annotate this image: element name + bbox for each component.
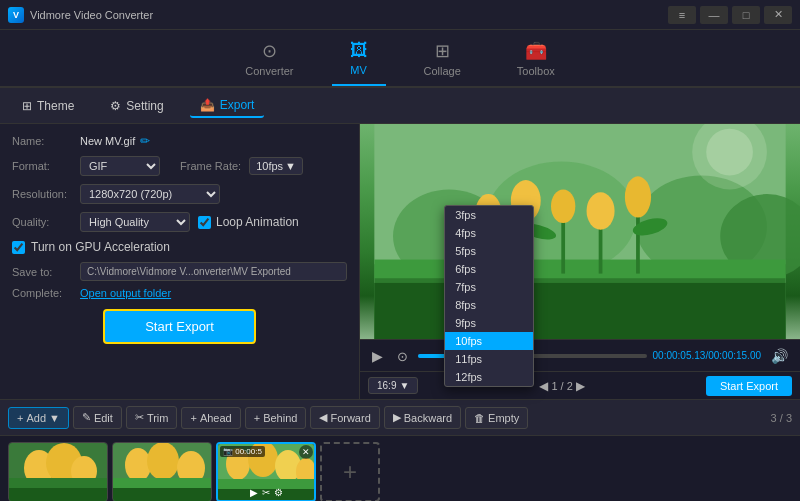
frame-rate-dropdown-btn[interactable]: 10fps ▼ [249,157,303,175]
app-icon: V [8,7,24,23]
title-bar-controls: ≡ — □ ✕ [668,6,792,24]
saveto-label: Save to: [12,266,80,278]
bottom-toolbar: + Add ▼ ✎ ✎ Edit Edit ✂ Trim + Ahead + B… [0,399,800,435]
fps-12[interactable]: 12fps [445,368,533,386]
edit-name-icon[interactable]: ✏ [140,134,150,148]
add-button[interactable]: + Add ▼ [8,407,69,429]
trim-icon: ✂ [135,411,144,424]
start-export-button[interactable]: Start Export [103,309,256,344]
svg-point-30 [125,448,151,482]
menu-button[interactable]: ≡ [668,6,696,24]
fps-8[interactable]: 8fps [445,296,533,314]
clip-3-controls: ▶ ✂ ⚙ [218,487,314,498]
page-prev-button[interactable]: ◀ [539,379,548,393]
complete-action[interactable]: Open output folder [80,287,171,299]
resolution-select[interactable]: 1280x720 (720p) [80,184,220,204]
fps-5[interactable]: 5fps [445,242,533,260]
backward-button[interactable]: ▶ Backward [384,406,461,429]
export-button[interactable]: 📤 Export [190,94,265,118]
svg-rect-6 [374,283,785,339]
setting-button[interactable]: ⚙ Setting [100,95,173,117]
close-button[interactable]: ✕ [764,6,792,24]
add-clip-button[interactable]: + [320,442,380,502]
quality-label: Quality: [12,216,80,228]
edit-icon: ✎ [82,411,91,424]
complete-label: Complete: [12,287,80,299]
clip-2[interactable] [112,442,212,502]
clip-1[interactable] [8,442,108,502]
add-label: Add [26,412,46,424]
frame-rate-dropdown: 3fps 4fps 5fps 6fps 7fps 8fps 9fps 10fps… [444,205,534,387]
ahead-button[interactable]: + Ahead [181,407,240,429]
format-framerate-row: Format: GIF Frame Rate: 10fps ▼ 3fps 4fp… [12,156,347,176]
minimize-button[interactable]: — [700,6,728,24]
setting-label: Setting [126,99,163,113]
add-icon: + [17,412,23,424]
quality-row: Quality: High Quality Loop Animation [12,212,347,232]
loop-animation-row: Loop Animation [198,215,299,229]
fps-4[interactable]: 4fps [445,224,533,242]
title-bar: V Vidmore Video Converter ≡ — □ ✕ [0,0,800,30]
svg-rect-34 [113,478,212,488]
name-value-container: New MV.gif ✏ [80,134,150,148]
export-panel: Name: New MV.gif ✏ Format: GIF Frame Rat… [0,124,360,399]
quality-select[interactable]: High Quality [80,212,190,232]
maximize-button[interactable]: □ [732,6,760,24]
complete-row: Complete: Open output folder [12,287,347,299]
fps-9[interactable]: 9fps [445,314,533,332]
saveto-path[interactable]: C:\Vidmore\Vidmore V...onverter\MV Expor… [80,262,347,281]
tab-toolbox[interactable]: 🧰 Toolbox [499,36,573,86]
name-value: New MV.gif [80,135,135,147]
svg-point-22 [706,129,753,176]
trim-button[interactable]: ✂ Trim [126,406,178,429]
gpu-row: Turn on GPU Acceleration [12,240,347,254]
clip-3[interactable]: 📷 00:00:5 ✕ ▶ ✂ ⚙ [216,442,316,502]
behind-button[interactable]: + Behind [245,407,307,429]
loop-animation-checkbox[interactable] [198,216,211,229]
total-time: 00:00:15.00 [708,350,761,361]
page-count: 3 / 3 [771,412,792,424]
fps-10[interactable]: 10fps [445,332,533,350]
fps-11[interactable]: 11fps [445,350,533,368]
format-select[interactable]: GIF [80,156,160,176]
theme-button[interactable]: ⊞ Theme [12,95,84,117]
page-indicator: ◀ 1 / 2 ▶ [539,379,584,393]
tab-mv[interactable]: 🖼 MV [332,36,386,86]
fps-3[interactable]: 3fps [445,206,533,224]
volume-icon: 🔊 [771,348,788,364]
export-icon: 📤 [200,98,215,112]
fps-6[interactable]: 6fps [445,260,533,278]
name-label: Name: [12,135,80,147]
frame-rate-label: Frame Rate: [180,160,241,172]
tab-collage-label: Collage [424,65,461,77]
fps-7[interactable]: 7fps [445,278,533,296]
app-title: Vidmore Video Converter [30,9,153,21]
tab-collage[interactable]: ⊞ Collage [406,36,479,86]
page-next-button[interactable]: ▶ [576,379,585,393]
start-export-button2[interactable]: Start Export [706,376,792,396]
play-button[interactable]: ▶ [368,346,387,366]
video-controls2: 16:9 ▼ ◀ 1 / 2 ▶ Start Export [360,371,800,399]
volume-button[interactable]: 🔊 [767,346,792,366]
clip-settings-btn[interactable]: ⚙ [274,487,283,498]
aspect-chevron: ▼ [399,380,409,391]
empty-button[interactable]: 🗑 Empty [465,407,528,429]
sub-toolbar: ⊞ Theme ⚙ Setting 📤 Export [0,88,800,124]
forward-button[interactable]: ◀ Forward [310,406,379,429]
tab-converter[interactable]: ⊙ Converter [227,36,311,86]
clip-play-btn[interactable]: ▶ [250,487,258,498]
resolution-label: Resolution: [12,188,80,200]
start-export-container: Start Export [12,309,347,344]
clip-3-close[interactable]: ✕ [299,445,313,459]
gpu-checkbox[interactable] [12,241,25,254]
nav-tabs: ⊙ Converter 🖼 MV ⊞ Collage 🧰 Toolbox [0,30,800,88]
ahead-icon: + [190,412,196,424]
tab-converter-label: Converter [245,65,293,77]
collage-icon: ⊞ [435,40,450,62]
aspect-ratio-button[interactable]: 16:9 ▼ [368,377,418,394]
svg-point-31 [147,443,179,480]
snapshot-button[interactable]: ⊙ [393,346,412,366]
edit-button[interactable]: ✎ ✎ Edit Edit [73,406,122,429]
svg-rect-28 [9,478,108,488]
clip-scissors-btn[interactable]: ✂ [262,487,270,498]
